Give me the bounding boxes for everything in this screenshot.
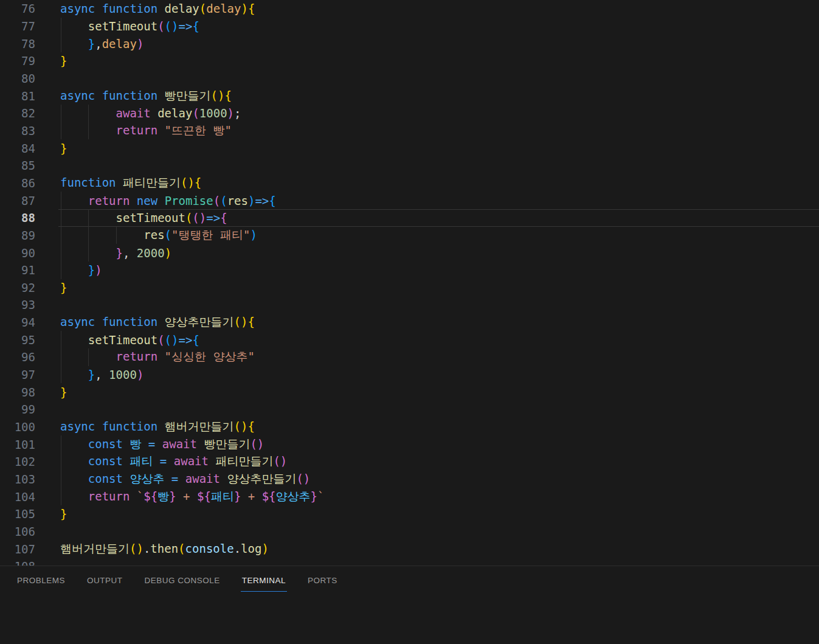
code-line[interactable]: 95 setTimeout(()=>{ bbox=[0, 331, 819, 348]
line-number[interactable]: 89 bbox=[0, 229, 35, 242]
tab-ports[interactable]: PORTS bbox=[308, 574, 337, 587]
line-number[interactable]: 101 bbox=[0, 438, 35, 451]
tab-problems[interactable]: PROBLEMS bbox=[17, 574, 65, 587]
line-number[interactable]: 92 bbox=[0, 281, 35, 294]
code-line-text: setTimeout(()=>{ bbox=[60, 333, 199, 347]
code-line[interactable]: 76async function delay(delay){ bbox=[0, 0, 819, 18]
code-line[interactable]: 80 bbox=[0, 70, 819, 88]
code-line[interactable]: 90 }, 2000) bbox=[0, 244, 819, 261]
code-line[interactable]: 84} bbox=[0, 139, 819, 157]
code-line-text: } bbox=[60, 281, 67, 294]
bottom-panel: PROBLEMS OUTPUT DEBUG CONSOLE TERMINAL P… bbox=[0, 566, 819, 644]
code-line[interactable]: 105} bbox=[0, 505, 819, 523]
line-number[interactable]: 91 bbox=[0, 263, 35, 277]
code-line[interactable]: 78 },delay) bbox=[0, 35, 819, 52]
code-line[interactable]: 89 res("탱탱한 패티") bbox=[0, 227, 819, 244]
line-number[interactable]: 106 bbox=[0, 525, 35, 538]
code-line[interactable]: 97 }, 1000) bbox=[0, 366, 819, 384]
code-line[interactable]: 82 await delay(1000); bbox=[0, 105, 819, 122]
code-line-text: 햄버거만들기().then(console.log) bbox=[60, 541, 269, 557]
code-line-text: } bbox=[60, 54, 67, 68]
code-line[interactable]: 106 bbox=[0, 523, 819, 541]
code-line[interactable]: 88 setTimeout(()=>{ bbox=[0, 209, 819, 227]
code-line-text: async function delay(delay){ bbox=[60, 2, 255, 15]
line-number[interactable]: 105 bbox=[0, 507, 35, 521]
line-number[interactable]: 96 bbox=[0, 350, 35, 364]
code-line[interactable]: 108 bbox=[0, 558, 819, 566]
code-line[interactable]: 107햄버거만들기().then(console.log) bbox=[0, 540, 819, 558]
line-number[interactable]: 82 bbox=[0, 106, 35, 120]
tab-debug-console[interactable]: DEBUG CONSOLE bbox=[145, 574, 220, 587]
code-line-text: } bbox=[60, 507, 67, 521]
code-line-text: await delay(1000); bbox=[60, 106, 241, 120]
line-number[interactable]: 98 bbox=[0, 386, 35, 399]
code-line[interactable]: 79} bbox=[0, 52, 819, 70]
code-line-text: return "싱싱한 양상추" bbox=[60, 349, 255, 365]
code-line[interactable]: 104 return `${빵} + ${패티} + ${양상추}` bbox=[0, 488, 819, 505]
code-line-text: return `${빵} + ${패티} + ${양상추}` bbox=[60, 489, 324, 505]
code-line[interactable]: 77 setTimeout(()=>{ bbox=[0, 18, 819, 35]
line-number[interactable]: 97 bbox=[0, 368, 35, 381]
line-number[interactable]: 79 bbox=[0, 54, 35, 68]
line-number[interactable]: 83 bbox=[0, 124, 35, 137]
line-number[interactable]: 94 bbox=[0, 316, 35, 329]
code-line[interactable]: 98} bbox=[0, 383, 819, 401]
terminal-output[interactable]: 뜨끈한 빵 + 탱탱한 패티 + undefined [nodemon] cle… bbox=[16, 611, 819, 644]
code-line[interactable]: 93 bbox=[0, 296, 819, 314]
line-number[interactable]: 85 bbox=[0, 159, 35, 172]
code-line[interactable]: 96 return "싱싱한 양상추" bbox=[0, 348, 819, 366]
line-number[interactable]: 90 bbox=[0, 246, 35, 260]
code-line[interactable]: 100async function 햄버거만들기(){ bbox=[0, 418, 819, 436]
code-line-text: setTimeout(()=>{ bbox=[60, 19, 199, 33]
code-line-text: const 빵 = await 빵만들기() bbox=[60, 437, 264, 452]
line-number[interactable]: 80 bbox=[0, 72, 35, 85]
code-line-text: }, 1000) bbox=[60, 368, 143, 381]
line-number[interactable]: 104 bbox=[0, 490, 35, 504]
code-line[interactable]: 103 const 양상추 = await 양상추만들기() bbox=[0, 471, 819, 488]
code-line[interactable]: 86function 패티만들기(){ bbox=[0, 175, 819, 192]
code-line[interactable]: 83 return "뜨끈한 빵" bbox=[0, 122, 819, 140]
line-number[interactable]: 77 bbox=[0, 19, 35, 33]
line-number[interactable]: 81 bbox=[0, 89, 35, 103]
line-number[interactable]: 76 bbox=[0, 2, 35, 15]
code-line-text: setTimeout(()=>{ bbox=[60, 211, 227, 224]
code-line[interactable]: 102 const 패티 = await 패티만들기() bbox=[0, 453, 819, 471]
line-number[interactable]: 99 bbox=[0, 403, 35, 416]
line-number[interactable]: 103 bbox=[0, 473, 35, 486]
line-number[interactable]: 86 bbox=[0, 176, 35, 190]
line-number[interactable]: 100 bbox=[0, 420, 35, 434]
code-rows: 76async function delay(delay){77 setTime… bbox=[0, 0, 819, 566]
code-editor[interactable]: 76async function delay(delay){77 setTime… bbox=[0, 0, 819, 566]
tab-output[interactable]: OUTPUT bbox=[87, 574, 123, 587]
panel-tab-bar: PROBLEMS OUTPUT DEBUG CONSOLE TERMINAL P… bbox=[17, 566, 819, 594]
line-number[interactable]: 102 bbox=[0, 455, 35, 468]
line-number[interactable]: 88 bbox=[0, 211, 35, 224]
line-number[interactable]: 95 bbox=[0, 333, 35, 347]
code-line-text: return "뜨끈한 빵" bbox=[60, 123, 232, 139]
code-line[interactable]: 101 const 빵 = await 빵만들기() bbox=[0, 435, 819, 453]
code-line[interactable]: 87 return new Promise((res)=>{ bbox=[0, 192, 819, 209]
code-line-text: async function 햄버거만들기(){ bbox=[60, 419, 255, 435]
code-line-text: const 패티 = await 패티만들기() bbox=[60, 454, 287, 469]
code-line-text: res("탱탱한 패티") bbox=[60, 227, 257, 243]
code-line[interactable]: 94async function 양상추만들기(){ bbox=[0, 314, 819, 331]
line-number[interactable]: 107 bbox=[0, 542, 35, 556]
code-line-text: const 양상추 = await 양상추만들기() bbox=[60, 471, 310, 487]
line-number[interactable]: 78 bbox=[0, 37, 35, 50]
code-line[interactable]: 85 bbox=[0, 157, 819, 175]
line-number[interactable]: 87 bbox=[0, 194, 35, 207]
code-line[interactable]: 92} bbox=[0, 279, 819, 297]
code-line-text: }, 2000) bbox=[60, 246, 171, 260]
code-line[interactable]: 81async function 빵만들기(){ bbox=[0, 87, 819, 105]
line-number[interactable]: 108 bbox=[0, 559, 35, 566]
code-line-text: },delay) bbox=[60, 37, 143, 50]
line-number[interactable]: 84 bbox=[0, 142, 35, 155]
code-line-text: } bbox=[60, 386, 67, 399]
code-line-text: async function 빵만들기(){ bbox=[60, 88, 232, 104]
code-line[interactable]: 91 }) bbox=[0, 261, 819, 279]
code-line-text: async function 양상추만들기(){ bbox=[60, 314, 255, 330]
line-number[interactable]: 93 bbox=[0, 298, 35, 311]
code-line[interactable]: 99 bbox=[0, 401, 819, 418]
code-line-text: } bbox=[60, 142, 67, 155]
tab-terminal[interactable]: TERMINAL bbox=[242, 574, 286, 587]
